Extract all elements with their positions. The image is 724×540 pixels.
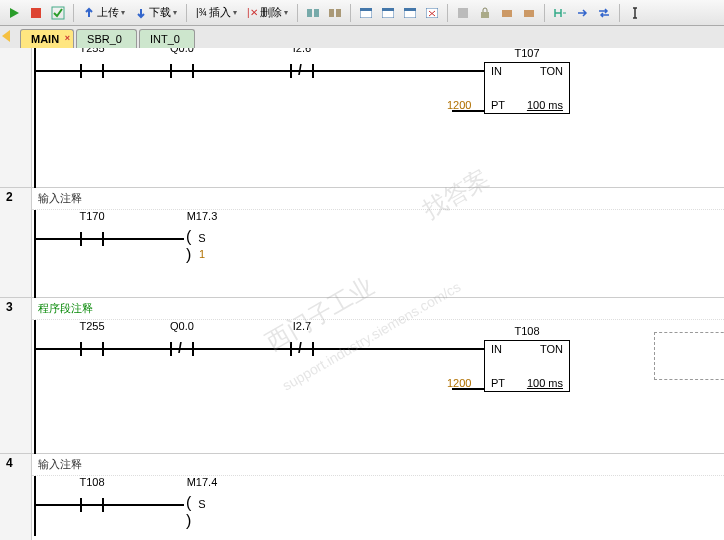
tab-sbr0[interactable]: SBR_0 [76,29,137,48]
contact-nc[interactable]: I2.7 / [272,334,332,364]
tool3-icon[interactable] [519,3,539,23]
upload-button[interactable]: 上传▾ [79,3,129,23]
network-comment[interactable]: 输入注释 [32,188,724,210]
lock-icon[interactable] [475,3,495,23]
svg-rect-3 [307,9,312,17]
svg-rect-8 [360,8,372,11]
tool1-icon[interactable] [453,3,473,23]
svg-rect-14 [458,8,468,18]
network-row: T255 Q0.0 I2.6 / T107 INTON [0,48,724,188]
ladder-rung[interactable]: T170 M17.3 ( ) S 1 [32,210,724,298]
svg-rect-16 [502,10,512,17]
ladder-rung[interactable]: T108 M17.4 ( ) S [32,476,724,536]
gutter: 4 [0,454,32,540]
window2-icon[interactable] [378,3,398,23]
svg-rect-17 [524,10,534,17]
gutter: 2 [0,188,32,297]
window-close-icon[interactable] [422,3,442,23]
drag-placeholder [654,332,724,380]
tab-main[interactable]: MAIN× [20,29,74,48]
ladder-rung[interactable]: T255 Q0.0 I2.6 / T107 INTON [32,48,724,188]
window3-icon[interactable] [400,3,420,23]
svg-rect-6 [336,9,341,17]
download-button[interactable]: 下载▾ [131,3,181,23]
run-icon[interactable] [4,3,24,23]
network-comment[interactable]: 程序段注释 [32,298,724,320]
svg-rect-1 [31,8,41,18]
stop-icon[interactable] [26,3,46,23]
svg-rect-5 [329,9,334,17]
tab-int0[interactable]: INT_0 [139,29,195,48]
window1-icon[interactable] [356,3,376,23]
separator [186,4,187,22]
timer-block[interactable]: T108 INTON PT100 ms 1200 [484,340,570,392]
svg-rect-10 [382,8,394,11]
svg-rect-12 [404,8,416,11]
separator [544,4,545,22]
block1-icon[interactable] [303,3,323,23]
check-icon[interactable] [48,3,68,23]
contact[interactable]: T108 [62,490,122,520]
contact[interactable]: T170 [62,224,122,254]
delete-button[interactable]: |✕删除▾ [243,3,292,23]
contact[interactable]: T255 [62,334,122,364]
svg-rect-15 [481,12,489,18]
arrow-exchange-icon[interactable] [594,3,614,23]
gutter [0,48,32,187]
timer-block[interactable]: T107 INTON PT100 ms 1200 [484,62,570,114]
contact[interactable]: Q0.0 [152,56,212,86]
network-row: 2 输入注释 T170 M17.3 ( ) S 1 [0,188,724,298]
block2-icon[interactable] [325,3,345,23]
separator [73,4,74,22]
network-comment[interactable]: 输入注释 [32,454,724,476]
contact-nc[interactable]: Q0.0 / [152,334,212,364]
gutter: 3 [0,298,32,453]
separator [447,4,448,22]
separator [297,4,298,22]
coil-set[interactable]: M17.4 ( ) S [172,490,232,520]
branch-icon[interactable] [550,3,570,23]
ladder-rung[interactable]: T255 Q0.0 / I2.7 / T108 INTON PT100 ms 1… [32,320,724,460]
left-rail [34,48,36,188]
tool2-icon[interactable] [497,3,517,23]
line-v-icon[interactable] [625,3,645,23]
separator [350,4,351,22]
ladder-editor[interactable]: T255 Q0.0 I2.6 / T107 INTON [0,48,724,540]
separator [619,4,620,22]
coil-set[interactable]: M17.3 ( ) S 1 [172,224,232,254]
svg-marker-0 [10,8,19,18]
network-row: 3 程序段注释 T255 Q0.0 / I2.7 / T10 [0,298,724,454]
contact-nc[interactable]: I2.6 / [272,56,332,86]
arrow-right-icon[interactable] [572,3,592,23]
network-row: 4 输入注释 T108 M17.4 ( ) S [0,454,724,540]
close-icon[interactable]: × [65,33,70,43]
left-rail [34,320,36,460]
svg-rect-4 [314,9,319,17]
main-toolbar: 上传▾ 下载▾ |¾插入▾ |✕删除▾ [0,0,724,26]
left-rail [34,210,36,298]
contact[interactable]: T255 [62,56,122,86]
left-rail [34,476,36,536]
insert-button[interactable]: |¾插入▾ [192,3,241,23]
tab-bar: MAIN× SBR_0 INT_0 [0,26,724,48]
